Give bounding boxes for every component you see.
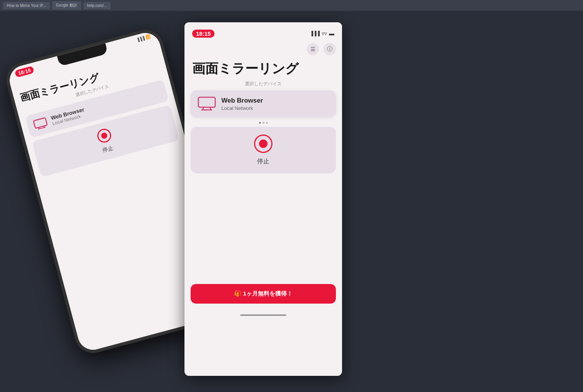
filter-icon: ☰ bbox=[311, 46, 316, 52]
iphone-record-inner bbox=[100, 132, 108, 140]
app-main-title: 画面ミラーリング bbox=[184, 57, 342, 79]
app-record-inner bbox=[259, 140, 267, 148]
app-device-sub: Local Network bbox=[221, 105, 329, 111]
card-dot-1 bbox=[259, 122, 261, 124]
app-device-card[interactable]: Web Browser Local Network bbox=[191, 90, 336, 117]
filter-icon-button[interactable]: ☰ bbox=[307, 43, 319, 55]
svg-rect-0 bbox=[33, 118, 47, 128]
app-promo-button[interactable]: 🎁 1ヶ月無料を獲得！ bbox=[191, 284, 336, 304]
info-icon-button[interactable]: ⓘ bbox=[324, 43, 336, 55]
app-device-info: Web Browser Local Network bbox=[221, 97, 329, 111]
app-record-button[interactable] bbox=[254, 135, 272, 153]
card-dot-2 bbox=[262, 122, 264, 124]
app-status-icons: ▐▐▐ ▿▿ ▬ bbox=[310, 30, 334, 37]
app-empty-area bbox=[191, 176, 336, 284]
app-status-bar: 18:15 ▐▐▐ ▿▿ ▬ bbox=[184, 22, 342, 42]
app-stop-section: 停止 bbox=[191, 127, 336, 173]
app-monitor-icon bbox=[198, 96, 216, 111]
app-toolbar: ☰ ⓘ bbox=[184, 42, 342, 57]
info-icon: ⓘ bbox=[327, 46, 332, 53]
card-dot-3 bbox=[266, 122, 268, 124]
iphone-time: 18:15 bbox=[14, 66, 34, 78]
signal-icon: ▐▐▐ bbox=[136, 36, 145, 42]
browser-tab-1[interactable]: How to Mirror Your iP... bbox=[3, 2, 50, 9]
iphone-record-button[interactable] bbox=[96, 127, 113, 144]
app-promo-text: 🎁 1ヶ月無料を獲得！ bbox=[197, 290, 330, 297]
wifi-icon: 📶 bbox=[145, 35, 150, 40]
app-stop-label: 停止 bbox=[257, 158, 269, 166]
app-section-label: 選択したデバイス bbox=[184, 79, 342, 90]
iphone-monitor-icon bbox=[32, 117, 48, 131]
app-home-indicator bbox=[184, 311, 342, 321]
app-home-bar bbox=[240, 314, 286, 316]
app-window: 18:15 ▐▐▐ ▿▿ ▬ ☰ ⓘ 画面ミラーリング 選択したデバイス bbox=[184, 22, 342, 376]
iphone-stop-label: 停止 bbox=[102, 145, 114, 154]
app-signal-icon: ▐▐▐ bbox=[310, 31, 320, 36]
browser-chrome: How to Mirror Your iP... Google 翻訳 help.… bbox=[0, 0, 583, 11]
app-device-name: Web Browser bbox=[221, 97, 329, 105]
browser-tab-2[interactable]: Google 翻訳 bbox=[52, 1, 81, 10]
app-battery-icon: ▬ bbox=[329, 30, 334, 37]
browser-tab-3[interactable]: help.com/... bbox=[83, 2, 111, 9]
app-time: 18:15 bbox=[192, 30, 214, 38]
app-wifi-icon: ▿▿ bbox=[322, 30, 327, 37]
card-dots bbox=[184, 122, 342, 124]
desktop-background: 18:15 ▐▐▐ 📶 画面ミラーリング 選択したデバイス bbox=[0, 11, 583, 392]
svg-rect-4 bbox=[198, 97, 215, 107]
iphone-status-icons: ▐▐▐ 📶 bbox=[136, 35, 151, 42]
